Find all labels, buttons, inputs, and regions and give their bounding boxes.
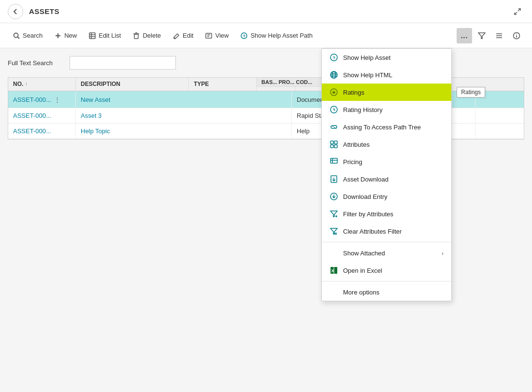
title-bar: ASSETS — [0, 0, 532, 23]
svg-text:?: ? — [333, 56, 336, 60]
cell-desc-3: Help Topic — [76, 124, 292, 139]
svg-text:?: ? — [243, 34, 246, 39]
menu-item-rating-history[interactable]: Rating History — [322, 101, 451, 118]
grid-icon — [330, 140, 338, 149]
tag-icon — [330, 157, 338, 166]
content-area: Full Text Search NO. ↑ DESCRIPTION TYPE … — [0, 48, 532, 392]
link-icon — [330, 123, 338, 131]
menu-item-show-help-asset[interactable]: ? Show Help Asset — [322, 49, 451, 66]
more-options-icon — [330, 288, 338, 296]
back-button[interactable] — [8, 4, 23, 19]
cell-desc-2: Asset 3 — [76, 108, 292, 123]
menu-item-asset-download[interactable]: Asset Download — [322, 170, 451, 188]
menu-item-clear-filter[interactable]: Clear Attributes Filter — [322, 223, 451, 240]
view-icon — [205, 32, 213, 40]
menu-item-attributes[interactable]: Attributes — [322, 136, 451, 153]
menu-item-pricing[interactable]: Pricing — [322, 153, 451, 170]
svg-point-2 — [14, 33, 18, 37]
more-button[interactable]: ... — [457, 28, 472, 43]
cell-no-3: ASSET-000... — [8, 124, 76, 139]
svg-rect-39 — [334, 141, 337, 144]
edit-list-icon — [88, 32, 96, 40]
search-button[interactable]: Search — [8, 29, 47, 42]
download-box-icon — [330, 175, 338, 183]
download-circle-icon — [330, 192, 338, 201]
toolbar-right: ... — [457, 28, 524, 43]
svg-rect-6 — [89, 33, 95, 39]
help-circle-icon: ? — [330, 53, 338, 62]
toolbar: Search New Edit List — [0, 23, 532, 48]
plus-icon — [54, 32, 62, 40]
col-header-type: TYPE — [189, 78, 257, 91]
svg-point-26 — [516, 33, 517, 34]
new-button[interactable]: New — [49, 29, 82, 42]
menu-item-download-entry[interactable]: Download Entry — [322, 188, 451, 205]
help-icon: ? — [240, 32, 248, 40]
view-button[interactable]: View — [200, 29, 233, 42]
chevron-right-icon: › — [442, 250, 444, 257]
filter-clear-icon — [330, 227, 338, 236]
clock-circle-icon — [330, 105, 338, 114]
cell-desc-1: New Asset — [76, 91, 292, 108]
dropdown-menu: ? Show Help Asset Show Help HTML Ratings… — [321, 48, 452, 301]
svg-marker-20 — [478, 33, 485, 39]
star-circle-icon — [330, 88, 338, 97]
menu-item-open-excel[interactable]: X Open in Excel — [322, 262, 451, 279]
info-button[interactable] — [509, 28, 524, 43]
svg-rect-41 — [334, 145, 337, 148]
menu-divider-2 — [322, 281, 451, 281]
svg-rect-42 — [331, 158, 337, 163]
menu-divider — [322, 242, 451, 242]
menu-item-ratings[interactable]: Ratings Ratings — [322, 84, 451, 101]
svg-line-3 — [18, 37, 20, 39]
globe-icon — [330, 70, 338, 79]
edit-button[interactable]: Edit — [168, 29, 198, 42]
expand-button[interactable] — [511, 5, 524, 18]
show-attached-icon — [330, 249, 338, 257]
filter-funnel-icon — [330, 210, 338, 218]
edit-list-button[interactable]: Edit List — [84, 29, 126, 42]
edit-icon — [173, 32, 180, 40]
search-label: Full Text Search — [8, 59, 66, 67]
filter-button[interactable] — [474, 28, 489, 43]
svg-rect-38 — [331, 141, 333, 144]
svg-rect-40 — [331, 145, 333, 148]
svg-rect-10 — [134, 34, 138, 39]
delete-icon — [132, 32, 140, 40]
search-icon — [13, 32, 20, 40]
menu-item-assign-access[interactable]: Assing To Access Path Tree — [322, 118, 451, 136]
full-text-search-input[interactable] — [70, 56, 176, 70]
menu-item-show-attached[interactable]: Show Attached › — [322, 244, 451, 262]
excel-icon: X — [330, 266, 338, 275]
menu-item-filter-attributes[interactable]: Filter by Attributes — [322, 205, 451, 223]
row-menu-icon-1[interactable]: ⋮ — [53, 95, 62, 104]
col-header-no: NO. ↑ — [8, 78, 76, 91]
menu-item-more-options[interactable]: More options — [322, 283, 451, 301]
menu-item-show-help-html[interactable]: Show Help HTML — [322, 66, 451, 84]
cell-no-1: ASSET-000... ⋮ — [8, 91, 76, 108]
page-title: ASSETS — [29, 7, 59, 15]
cell-no-2: ASSET-000... — [8, 108, 76, 123]
delete-button[interactable]: Delete — [128, 29, 166, 42]
list-view-button[interactable] — [491, 28, 507, 43]
col-header-description: DESCRIPTION — [76, 78, 189, 91]
show-help-button[interactable]: ? Show Help Asset Path — [235, 29, 317, 42]
svg-rect-15 — [206, 33, 212, 38]
